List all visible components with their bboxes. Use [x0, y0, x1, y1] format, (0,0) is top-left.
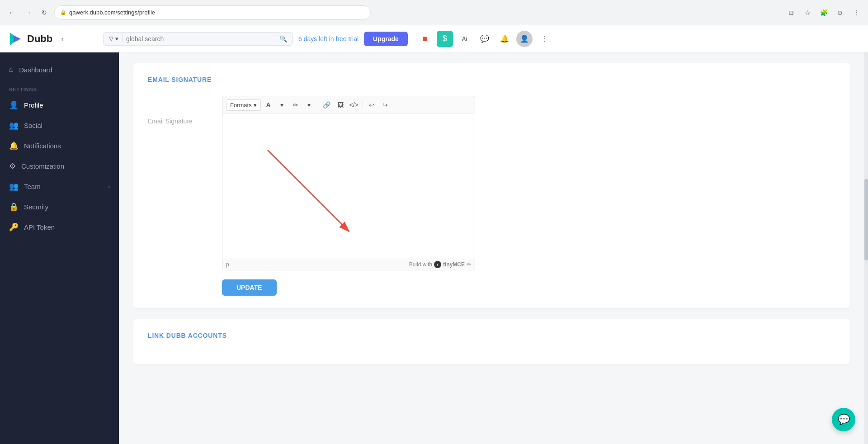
form-row: Email Signature Formats ▾ A	[148, 96, 835, 270]
sidebar-item-label: Social	[24, 122, 42, 129]
redo-button[interactable]: ↪	[379, 99, 391, 111]
tinymce-badge: Build with t tinyMCE ✏	[409, 261, 471, 268]
editor-status-bar: p Build with t tinyMCE ✏	[222, 259, 475, 270]
team-icon: 👥	[9, 182, 19, 191]
arrow-annotation	[241, 141, 367, 241]
sidebar-item-dashboard[interactable]: ⌂ Dashboard	[0, 60, 119, 80]
notifications-button[interactable]: 🔔	[496, 31, 513, 47]
sidebar-item-label: Security	[24, 203, 48, 211]
browser-chrome: ← → ↻ 🔒 qawerk.dubb.com/settings/profile…	[0, 0, 868, 25]
highlight-chevron: ▾	[307, 101, 311, 109]
sidebar-item-label: Profile	[24, 101, 43, 109]
security-icon: 🔒	[9, 202, 19, 212]
social-icon: 👥	[9, 121, 19, 130]
code-button[interactable]: </>	[348, 99, 360, 111]
link-button[interactable]: 🔗	[321, 99, 333, 111]
editor-body[interactable]	[222, 114, 475, 259]
dashboard-button[interactable]: $	[437, 31, 453, 47]
navbar-actions: ⏺ $ Ai 💬 🔔 👤 ⋮	[417, 31, 552, 47]
font-color-icon: A	[266, 101, 271, 109]
email-signature-section: EMAIL SIGNATURE Email Signature Formats …	[133, 63, 850, 308]
sidebar-item-security[interactable]: 🔒 Security	[0, 197, 119, 217]
sidebar: ⌂ Dashboard SETTINGS 👤 Profile 👥 Social …	[0, 52, 119, 444]
body-area: ⌂ Dashboard SETTINGS 👤 Profile 👥 Social …	[0, 52, 868, 444]
top-navbar: Dubb ‹ ▽ ▾ 🔍 6 days left in free trial U…	[0, 25, 868, 52]
sidebar-item-label: Team	[24, 183, 41, 190]
highlight-dropdown[interactable]: ▾	[303, 99, 315, 111]
team-left: 👥 Team	[9, 182, 41, 191]
logo-area: Dubb ‹	[7, 31, 98, 47]
filter-icon: ▽	[109, 35, 113, 42]
star-icon[interactable]: ☆	[801, 6, 814, 19]
sidebar-item-label: API Token	[24, 223, 55, 231]
highlight-icon: ✏	[293, 101, 298, 109]
filter-chevron: ▾	[115, 35, 118, 42]
address-bar: 🔒 qawerk.dubb.com/settings/profile	[54, 5, 371, 20]
avatar-icon: 👤	[520, 34, 529, 43]
translate-icon[interactable]: ⊟	[785, 6, 797, 19]
dubb-logo-icon	[7, 31, 24, 47]
form-label: Email Signature	[148, 96, 211, 125]
formats-label: Formats	[230, 102, 252, 109]
settings-section-label: SETTINGS	[0, 80, 119, 95]
sidebar-item-social[interactable]: 👥 Social	[0, 115, 119, 136]
sidebar-item-label: Customization	[21, 162, 64, 170]
upgrade-button[interactable]: Upgrade	[364, 32, 408, 46]
sidebar-item-customization[interactable]: ⚙ Customization	[0, 156, 119, 176]
url-text: qawerk.dubb.com/settings/profile	[69, 9, 155, 16]
browser-actions: ⊟ ☆ 🧩 ⊙ ⋮	[785, 6, 863, 19]
more-options-icon[interactable]: ⋮	[850, 6, 863, 19]
more-menu-button[interactable]: ⋮	[536, 31, 552, 47]
image-button[interactable]: 🖼	[335, 99, 346, 111]
user-avatar[interactable]: 👤	[516, 31, 533, 47]
chat-widget-icon: 💬	[838, 414, 850, 425]
main-content[interactable]: EMAIL SIGNATURE Email Signature Formats …	[119, 52, 864, 444]
record-button[interactable]: ⏺	[417, 31, 433, 47]
font-color-button[interactable]: A	[263, 99, 274, 111]
code-icon: </>	[349, 101, 359, 109]
font-color-dropdown[interactable]: ▾	[276, 99, 288, 111]
chat-icon: 💬	[480, 34, 489, 43]
undo-icon: ↩	[369, 101, 374, 109]
undo-button[interactable]: ↩	[366, 99, 377, 111]
search-filter-button[interactable]: ▽ ▾	[109, 35, 123, 42]
search-submit-button[interactable]: 🔍	[279, 35, 287, 43]
chat-widget[interactable]: 💬	[832, 408, 855, 431]
edit-icon: ✏	[467, 261, 471, 268]
sidebar-collapse-button[interactable]: ‹	[56, 33, 69, 45]
back-button[interactable]: ←	[5, 6, 18, 19]
sidebar-item-team[interactable]: 👥 Team ›	[0, 176, 119, 197]
svg-line-4	[268, 150, 349, 231]
profile-icon: 👤	[9, 100, 19, 110]
color-chevron: ▾	[280, 101, 283, 109]
update-button[interactable]: UPDATE	[222, 279, 277, 296]
home-icon: ⌂	[9, 65, 14, 74]
ai-button[interactable]: Ai	[457, 31, 473, 47]
sidebar-item-label: Dashboard	[19, 66, 52, 74]
email-signature-title: EMAIL SIGNATURE	[148, 76, 835, 83]
formats-dropdown[interactable]: Formats ▾	[226, 99, 261, 111]
highlight-button[interactable]: ✏	[290, 99, 302, 111]
more-icon: ⋮	[541, 34, 548, 43]
search-input[interactable]	[126, 35, 276, 43]
bell-icon: 🔔	[500, 34, 509, 43]
notifications-sidebar-icon: 🔔	[9, 141, 19, 151]
sidebar-item-notifications[interactable]: 🔔 Notifications	[0, 136, 119, 156]
editor-container: Formats ▾ A ▾ ✏	[222, 96, 475, 270]
toolbar-separator-1	[318, 100, 318, 109]
record-icon: ⏺	[421, 35, 429, 43]
logo-text: Dubb	[27, 33, 52, 45]
forward-button[interactable]: →	[22, 6, 34, 19]
sidebar-item-profile[interactable]: 👤 Profile	[0, 95, 119, 115]
right-scrollbar[interactable]	[864, 52, 868, 444]
scrollbar-thumb[interactable]	[864, 179, 868, 260]
dashboard-icon: $	[443, 34, 447, 43]
cursor-position: p	[226, 261, 229, 268]
profile-circle[interactable]: ⊙	[834, 6, 846, 19]
editor-toolbar: Formats ▾ A ▾ ✏	[222, 96, 475, 114]
chat-button[interactable]: 💬	[476, 31, 493, 47]
refresh-button[interactable]: ↻	[38, 6, 51, 19]
extension-icon[interactable]: 🧩	[817, 6, 830, 19]
api-icon: 🔑	[9, 222, 19, 232]
sidebar-item-api-token[interactable]: 🔑 API Token	[0, 217, 119, 237]
